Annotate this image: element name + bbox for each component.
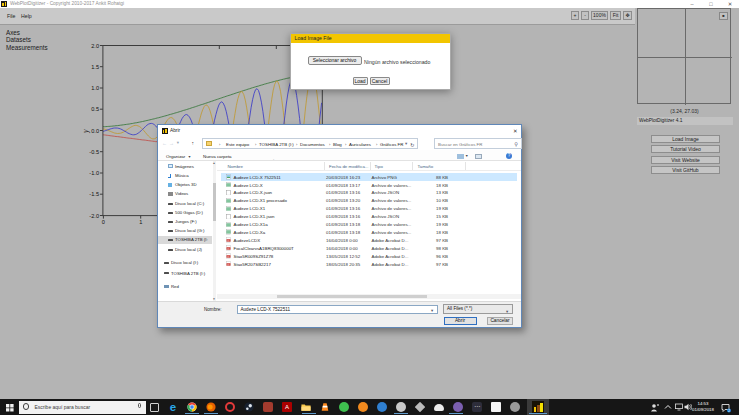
svg-text:-1.0: -1.0 — [89, 170, 99, 176]
svg-text:1: 1 — [139, 219, 142, 225]
svg-text:-1.5: -1.5 — [89, 191, 99, 197]
svg-text:-2.0: -2.0 — [89, 213, 99, 219]
svg-text:1.5: 1.5 — [91, 64, 99, 70]
svg-text:-0.5: -0.5 — [89, 149, 99, 155]
svg-text:y: y — [82, 129, 90, 134]
svg-text:0.0: 0.0 — [91, 128, 99, 134]
svg-text:1.0: 1.0 — [91, 85, 99, 91]
svg-text:2.0: 2.0 — [91, 43, 99, 49]
svg-text:2: 2 — [728, 408, 730, 412]
svg-text:0.5: 0.5 — [91, 106, 99, 112]
svg-text:0: 0 — [102, 219, 105, 225]
